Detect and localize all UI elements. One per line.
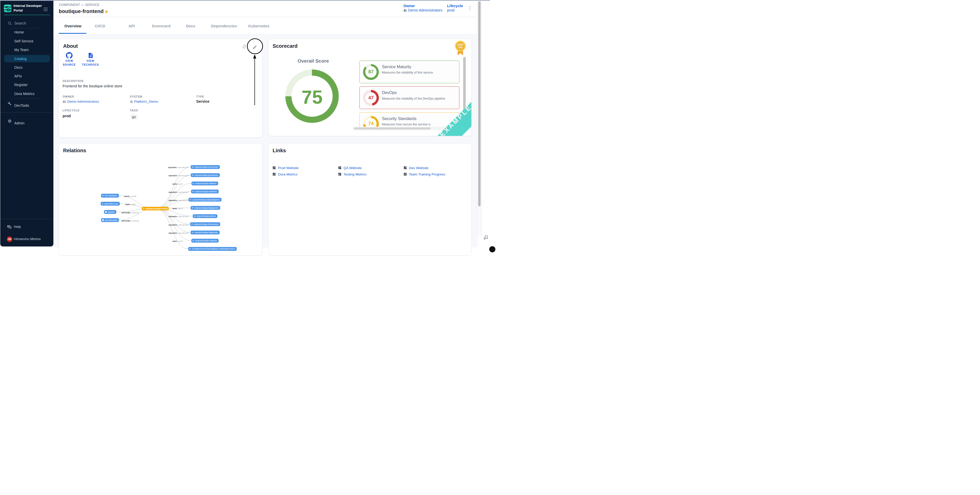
svg-text:/ dependencyOf: / dependencyOf	[177, 175, 189, 177]
svg-text:Gold: Gold	[458, 43, 463, 46]
svg-text:apiProvidedBy: apiProvidedBy	[122, 212, 130, 214]
svg-text:/ dependencyOf: / dependencyOf	[177, 199, 189, 202]
svg-text:hasPart: hasPart	[172, 183, 177, 185]
svg-text:dependsOn: dependsOn	[169, 167, 177, 169]
svg-text:/ partOf: / partOf	[177, 208, 183, 210]
svg-text:dependsOn: dependsOn	[169, 199, 177, 202]
svg-text:/ partOf: / partOf	[130, 204, 136, 205]
svg-text:component:boutique-cartservice: component:boutique-cartservice	[195, 239, 217, 242]
svg-text:dependsOn: dependsOn	[169, 191, 177, 193]
svg-text:component:boutique-checkoutser: component:boutique-checkoutservice	[194, 223, 219, 226]
svg-text:component:boutique-frontend: component:boutique-frontend	[146, 207, 168, 210]
svg-text:Demo Administrators: Demo Administrators	[105, 194, 117, 197]
svg-text:dependsOn: dependsOn	[169, 232, 177, 234]
svg-text:system:Platform_Demo: system:Platform_Demo	[105, 202, 118, 205]
svg-text:component:boutique-productcata: component:boutique-productcatalogservice	[192, 199, 220, 201]
svg-text:/ providesApi: / providesApi	[130, 212, 139, 214]
svg-text:/ dependencyOf: / dependencyOf	[177, 167, 188, 169]
svg-text:hasPart: hasPart	[126, 204, 130, 205]
svg-text:/ partOf: / partOf	[177, 183, 183, 185]
svg-text:ownerOf: ownerOf	[124, 196, 129, 197]
svg-text:/ dependencyOf: / dependencyOf	[177, 224, 189, 226]
svg-text:component:boutique-currencyser: component:boutique-currencyservice	[194, 166, 218, 168]
svg-text:hasPart: hasPart	[172, 240, 177, 242]
svg-text:component:boutique-emailservic: component:boutique-emailservice	[195, 190, 217, 193]
svg-text:component:boutique-adservice: component:boutique-adservice	[196, 215, 216, 217]
svg-text:hasPart: hasPart	[172, 208, 177, 209]
svg-text:apiProvidedBy: apiProvidedBy	[122, 220, 130, 222]
svg-text:api:starwars-graphql: api:starwars-graphql	[105, 219, 117, 221]
svg-text:/ dependencyOf: / dependencyOf	[177, 232, 189, 234]
svg-text:/ providesApi: / providesApi	[130, 220, 139, 222]
svg-text:component:boutique-redisservic: component:boutique-redisservice	[195, 182, 216, 185]
svg-text:/ ownedBy: / ownedBy	[129, 196, 137, 197]
svg-text:dependsOn: dependsOn	[169, 216, 177, 218]
svg-text:api:petstore: api:petstore	[108, 211, 115, 213]
svg-text:component:boutique-shippingser: component:boutique-shippingservice	[194, 207, 219, 209]
svg-text:Tier: Tier	[458, 46, 463, 49]
svg-text:dependsOn: dependsOn	[169, 175, 177, 177]
svg-text:component:boutique-loadgenerat: component:boutique-loadgenerator	[194, 231, 218, 234]
svg-text:/ partOf: / partOf	[177, 240, 183, 242]
svg-text:/ dependencyOf: / dependencyOf	[177, 191, 189, 193]
svg-text:dependsOn: dependsOn	[169, 224, 177, 226]
svg-text:component:boutique-paymentserv: component:boutique-paymentservice	[194, 174, 218, 177]
svg-text:/ dependencyOf: / dependencyOf	[177, 216, 189, 218]
